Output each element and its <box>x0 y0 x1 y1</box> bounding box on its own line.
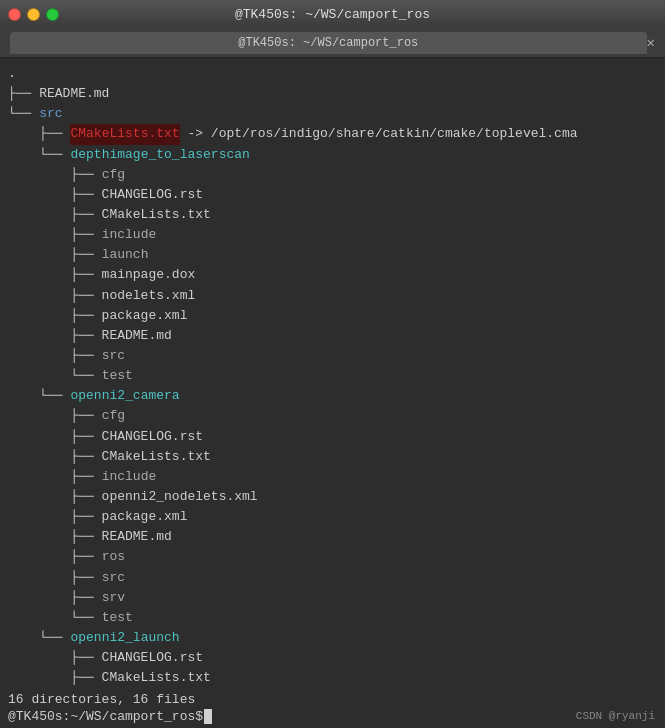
tree-line: ├── cfg <box>8 406 657 426</box>
close-button[interactable] <box>8 8 21 21</box>
bottom-right-label: CSDN @ryanji <box>576 710 655 722</box>
tree-line: ├── CHANGELOG.rst <box>8 427 657 447</box>
tree-line: ├── src <box>8 346 657 366</box>
tree-line: ├── CMakeLists.txt <box>8 447 657 467</box>
tree-line: ├── CMakeLists.txt -> /opt/ros/indigo/sh… <box>8 124 657 144</box>
tree-line: ├── cfg <box>8 165 657 185</box>
terminal-output[interactable]: . ├── README.md └── src ├── CMakeLists.t… <box>0 58 665 690</box>
window-controls[interactable] <box>8 8 59 21</box>
tree-line: ├── CHANGELOG.rst <box>8 648 657 668</box>
tree-line: ├── nodelets.xml <box>8 286 657 306</box>
tree-line: ├── launch <box>8 245 657 265</box>
tree-line: ├── include <box>8 225 657 245</box>
cursor <box>204 709 212 724</box>
title-bar: @TK450s: ~/WS/camport_ros <box>0 0 665 28</box>
tree-line: └── test <box>8 366 657 386</box>
tree-line: ├── README.md <box>8 326 657 346</box>
status-text: 16 directories, 16 files <box>8 692 195 707</box>
tree-line: ├── srv <box>8 588 657 608</box>
tree-line: ├── CMakeLists.txt <box>8 668 657 688</box>
window-title: @TK450s: ~/WS/camport_ros <box>235 7 430 22</box>
tree-line: └── src <box>8 104 657 124</box>
tree-line: ├── package.xml <box>8 507 657 527</box>
tree-line: ├── include <box>8 467 657 487</box>
tree-line: ├── launch <box>8 688 657 690</box>
minimize-button[interactable] <box>27 8 40 21</box>
tab-bar: @TK450s: ~/WS/camport_ros ✕ <box>0 28 665 58</box>
tree-line: ├── CMakeLists.txt <box>8 205 657 225</box>
tree-line: └── test <box>8 608 657 628</box>
tree-line: ├── CHANGELOG.rst <box>8 185 657 205</box>
tab-close-button[interactable]: ✕ <box>647 34 655 51</box>
tree-line: └── depthimage_to_laserscan <box>8 145 657 165</box>
maximize-button[interactable] <box>46 8 59 21</box>
tree-line: ├── mainpage.dox <box>8 265 657 285</box>
tree-line: └── openni2_camera <box>8 386 657 406</box>
tree-line: ├── README.md <box>8 84 657 104</box>
status-bar: 16 directories, 16 files <box>0 690 665 709</box>
tab-label: @TK450s: ~/WS/camport_ros <box>238 36 418 50</box>
tree-line: ├── package.xml <box>8 306 657 326</box>
tree-line: ├── README.md <box>8 527 657 547</box>
tree-line: ├── openni2_nodelets.xml <box>8 487 657 507</box>
tree-line: . <box>8 64 657 84</box>
terminal-window: @TK450s: ~/WS/camport_ros @TK450s: ~/WS/… <box>0 0 665 728</box>
tree-line: └── openni2_launch <box>8 628 657 648</box>
tree-line: ├── src <box>8 568 657 588</box>
tree-line: ├── ros <box>8 547 657 567</box>
prompt-line: @TK450s:~/WS/camport_ros$ <box>0 709 665 728</box>
terminal-tab[interactable]: @TK450s: ~/WS/camport_ros <box>10 32 647 54</box>
prompt-text: @TK450s:~/WS/camport_ros$ <box>8 709 203 724</box>
